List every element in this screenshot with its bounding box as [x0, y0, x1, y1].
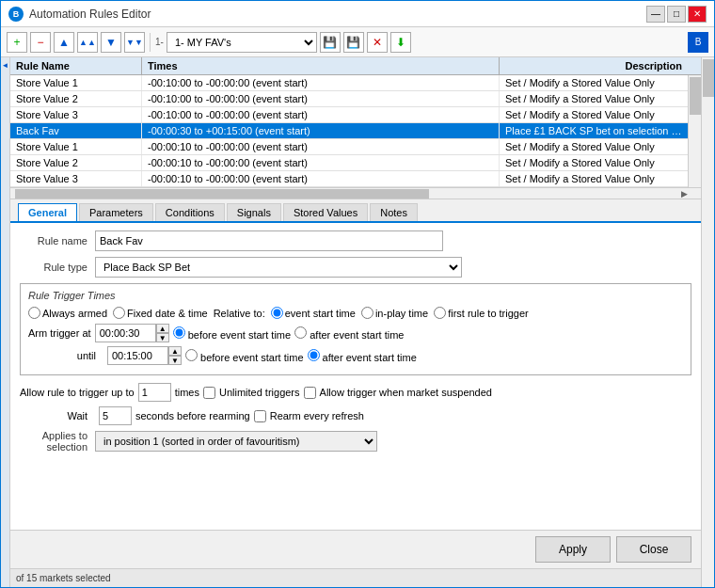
- right-scroll-thumb[interactable]: [703, 59, 714, 97]
- after-event2-label[interactable]: after event start time: [308, 349, 417, 363]
- always-armed-radio[interactable]: [28, 307, 40, 319]
- right-scrollbar[interactable]: [701, 57, 714, 587]
- scroll-corner: [688, 57, 701, 74]
- move-up-button[interactable]: ▲: [54, 32, 74, 53]
- tab-general[interactable]: General: [18, 203, 77, 221]
- title-controls: — □ ✕: [646, 6, 707, 23]
- move-down2-button[interactable]: ▼▼: [124, 32, 145, 53]
- in-play-label[interactable]: in-play time: [361, 307, 428, 319]
- trigger-times-box: Rule Trigger Times Always armed Fixed da…: [20, 283, 691, 375]
- save-button[interactable]: 💾: [320, 32, 341, 53]
- before-event2-text: before event start time: [200, 352, 303, 363]
- tab-notes[interactable]: Notes: [370, 203, 418, 221]
- app-icon: B: [8, 7, 24, 22]
- minimize-button[interactable]: —: [646, 6, 665, 23]
- until-time-spinner: ▲ ▼: [168, 346, 182, 365]
- table-header: Rule Name Times Description: [10, 57, 701, 75]
- rule-type-select[interactable]: Place Back SP Bet Place Lay SP Bet Place…: [95, 257, 462, 278]
- after-event2-radio[interactable]: [308, 349, 320, 361]
- profile-select[interactable]: 1- MY FAV's: [167, 32, 317, 53]
- table-row[interactable]: Store Value 3 -00:00:10 to -00:00:00 (ev…: [10, 171, 688, 187]
- seconds-label: seconds before rearming: [135, 410, 250, 421]
- before-event1-label[interactable]: before event start time: [173, 326, 292, 341]
- first-rule-radio[interactable]: [434, 307, 446, 319]
- until-time-up[interactable]: ▲: [168, 346, 182, 356]
- tab-signals[interactable]: Signals: [227, 203, 281, 221]
- horizontal-scrollbar[interactable]: ▶: [10, 187, 701, 199]
- applies-to-select[interactable]: in position 1 (sorted in order of favour…: [95, 431, 377, 452]
- maximize-button[interactable]: □: [667, 6, 686, 23]
- allow-trigger-input[interactable]: [138, 383, 171, 402]
- remove-rule-button[interactable]: −: [30, 32, 51, 53]
- tab-stored-values[interactable]: Stored Values: [283, 203, 368, 221]
- before-event1-radio[interactable]: [173, 326, 185, 339]
- table-row[interactable]: Store Value 1 -00:00:10 to -00:00:00 (ev…: [10, 139, 688, 155]
- table-row[interactable]: Store Value 2 -00:10:00 to -00:00:00 (ev…: [10, 91, 688, 107]
- toolbar-right: B: [688, 32, 708, 53]
- save-as-button[interactable]: 💾: [343, 32, 364, 53]
- center-panel: Rule Name Times Description Store Value …: [10, 57, 701, 587]
- tab-parameters[interactable]: Parameters: [79, 203, 153, 221]
- arm-time-up[interactable]: ▲: [156, 324, 169, 333]
- allow-suspended-checkbox[interactable]: [304, 387, 316, 399]
- arm-time-down[interactable]: ▼: [156, 333, 169, 342]
- unlimited-triggers-checkbox[interactable]: [203, 387, 215, 399]
- cell-times: -00:10:00 to -00:00:00 (event start): [142, 107, 500, 122]
- until-row: until ▲ ▼ before event start time: [28, 346, 683, 365]
- cell-name: Store Value 2: [10, 155, 142, 170]
- bottom-bar: Apply Close: [10, 530, 701, 568]
- import-button[interactable]: ⬇: [390, 32, 411, 53]
- rearm-refresh-checkbox[interactable]: [254, 410, 266, 422]
- table-vertical-scrollbar[interactable]: [688, 75, 701, 187]
- move-up2-button[interactable]: ▲▲: [77, 32, 98, 53]
- fixed-datetime-text: Fixed date & time: [127, 308, 208, 319]
- add-rule-button[interactable]: +: [7, 32, 27, 53]
- event-start-label[interactable]: event start time: [271, 307, 356, 319]
- before-event1-text: before event start time: [188, 329, 291, 341]
- after-event1-radio[interactable]: [294, 326, 307, 339]
- close-window-button[interactable]: ✕: [688, 6, 707, 23]
- rearm-refresh-label: Rearm every refresh: [270, 410, 364, 421]
- table-row-selected[interactable]: Back Fav -00:00:30 to +00:15:00 (event s…: [10, 123, 688, 139]
- help-button[interactable]: B: [688, 32, 708, 53]
- h-scroll-thumb[interactable]: [15, 189, 429, 199]
- arm-time-group: ▲ ▼: [95, 324, 169, 342]
- rules-table: Rule Name Times Description Store Value …: [10, 57, 701, 199]
- before-event2-label[interactable]: before event start time: [185, 349, 304, 363]
- rule-name-input[interactable]: [95, 230, 443, 251]
- wait-input[interactable]: [99, 406, 132, 425]
- fixed-datetime-radio[interactable]: [113, 307, 125, 319]
- delete-profile-button[interactable]: ✕: [367, 32, 388, 53]
- fixed-datetime-label[interactable]: Fixed date & time: [113, 307, 208, 319]
- cell-desc: Place £1 BACK SP bet on selection in pos…: [500, 123, 688, 138]
- table-row[interactable]: Store Value 1 -00:10:00 to -00:00:00 (ev…: [10, 75, 688, 91]
- applies-to-row: Applies to selection in position 1 (sort…: [20, 430, 691, 453]
- apply-button[interactable]: Apply: [535, 536, 611, 563]
- move-down-button[interactable]: ▼: [101, 32, 121, 53]
- rule-type-label: Rule type: [20, 262, 95, 273]
- arm-time-input[interactable]: [95, 324, 156, 342]
- until-time-input[interactable]: [107, 346, 168, 365]
- event-start-radio[interactable]: [271, 307, 283, 319]
- wait-label: Wait: [20, 410, 95, 421]
- col-header-desc: Description: [500, 57, 688, 74]
- until-time-down[interactable]: ▼: [168, 356, 182, 365]
- table-row[interactable]: Store Value 3 -00:10:00 to -00:00:00 (ev…: [10, 107, 688, 123]
- title-bar-left: B Automation Rules Editor: [8, 7, 151, 22]
- cell-name: Store Value 1: [10, 139, 142, 154]
- unlimited-triggers-label: Unlimited triggers: [219, 387, 300, 398]
- always-armed-text: Always armed: [42, 308, 107, 319]
- cell-name: Store Value 3: [10, 171, 142, 186]
- cell-desc: Set / Modify a Stored Value Only: [500, 107, 688, 122]
- scroll-thumb[interactable]: [690, 77, 701, 115]
- in-play-radio[interactable]: [361, 307, 373, 319]
- table-row[interactable]: Store Value 2 -00:00:10 to -00:00:00 (ev…: [10, 155, 688, 171]
- tab-conditions[interactable]: Conditions: [155, 203, 225, 221]
- before-event2-radio[interactable]: [185, 349, 198, 361]
- close-button[interactable]: Close: [616, 536, 691, 563]
- col-header-name: Rule Name: [10, 57, 142, 74]
- first-rule-label[interactable]: first rule to trigger: [434, 307, 529, 319]
- after-event1-label[interactable]: after event start time: [294, 326, 404, 341]
- always-armed-label[interactable]: Always armed: [28, 307, 107, 319]
- relative-to-text: Relative to:: [214, 308, 265, 319]
